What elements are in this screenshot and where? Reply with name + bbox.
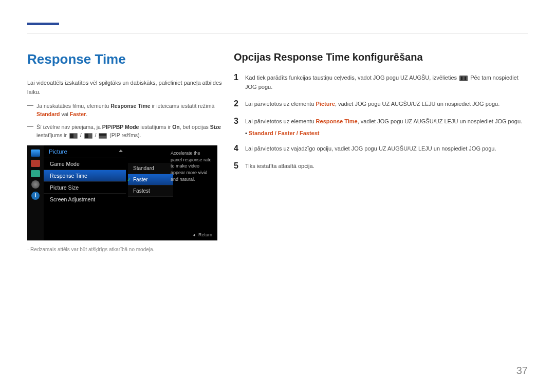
pip-layout-icon-1 <box>69 133 78 139</box>
osd-main-panel: Picture Game Mode Response Time Picture … <box>44 145 126 205</box>
osd-sub-fastest: Fastest <box>128 185 173 197</box>
osd-item-response-time: Response Time <box>44 170 126 181</box>
pip-layout-icon-3 <box>99 133 107 139</box>
osd-sidebar: i <box>27 145 44 240</box>
osd-item-picture-size: Picture Size <box>44 181 126 193</box>
options-bullet: Standard / Faster / Fastest <box>234 130 528 136</box>
right-column: Opcijas Response Time konfigurēšana 1 Ka… <box>234 51 528 178</box>
note-1: Ja neskatāties filmu, elementu Response … <box>27 102 223 119</box>
left-column: Response Time Lai videoattēls izskatītos… <box>27 51 223 252</box>
notes-list: Ja neskatāties filmu, elementu Response … <box>27 102 223 139</box>
osd-arrow-up-icon <box>119 150 123 152</box>
osd-description: Accelerate the panel response rate to ma… <box>169 148 214 184</box>
step-5: 5 Tiks iestatīta atlasītā opcija. <box>234 161 528 171</box>
step-2: 2 Lai pārvietotos uz elementu Picture, v… <box>234 99 528 109</box>
osd-sub-standard: Standard <box>128 163 173 174</box>
osd-sub-faster: Faster <box>128 174 173 185</box>
step-1: 1 Kad tiek parādīts funkcijas taustiņu c… <box>234 72 528 91</box>
osd-menu-screenshot: i Picture Game Mode Response Time Pictur… <box>27 145 217 240</box>
menu-button-icon <box>459 76 468 81</box>
osd-icon-picture <box>31 150 40 157</box>
osd-submenu: Standard Faster Fastest <box>128 163 173 197</box>
header-divider <box>27 33 528 33</box>
osd-icon-color <box>31 160 40 167</box>
image-footnote: Redzamais attēls var būt atšķirīgs atkar… <box>27 247 223 252</box>
osd-item-screen-adjustment: Screen Adjustment <box>44 193 126 205</box>
step-3: 3 Lai pārvietotos uz elementu Response T… <box>234 116 528 126</box>
note-2: Šī izvēlne nav pieejama, ja PIP/PBP Mode… <box>27 123 223 140</box>
section-title: Opcijas Response Time konfigurēšana <box>234 51 528 63</box>
step-4: 4 Lai pārvietotos uz vajadzīgo opciju, v… <box>234 143 528 154</box>
pip-layout-icon-2 <box>84 133 92 139</box>
steps-list-cont: 4 Lai pārvietotos uz vajadzīgo opciju, v… <box>234 143 528 171</box>
steps-list: 1 Kad tiek parādīts funkcijas taustiņu c… <box>234 72 528 126</box>
osd-icon-info: i <box>31 192 40 200</box>
page-title: Response Time <box>27 51 223 67</box>
osd-return-label: Return <box>193 232 212 237</box>
intro-text: Lai videoattēls izskatītos vēl spilgtāks… <box>27 79 223 97</box>
page-number: 37 <box>516 365 528 377</box>
osd-icon-settings <box>31 180 40 189</box>
osd-item-game-mode: Game Mode <box>44 158 126 170</box>
osd-menu-title: Picture <box>44 145 126 158</box>
header-accent-bar <box>27 23 59 25</box>
osd-icon-pip <box>31 170 40 177</box>
